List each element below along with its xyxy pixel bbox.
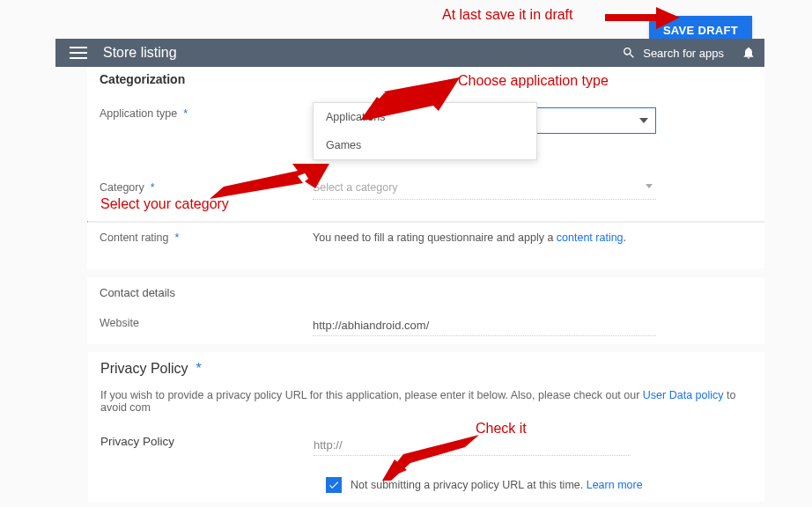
contact-title: Contact details	[87, 277, 764, 308]
application-type-label: Application type *	[100, 107, 313, 134]
content-rating-link[interactable]: content rating	[557, 231, 624, 244]
search-icon[interactable]	[622, 46, 636, 60]
privacy-title: Privacy Policy *	[88, 352, 764, 386]
privacy-description: If you wish to provide a privacy policy …	[88, 386, 764, 426]
categorization-panel: Categorization Application type * Catego…	[87, 67, 764, 268]
hamburger-menu-icon[interactable]	[70, 47, 87, 59]
contact-panel: Contact details Website http://abhiandro…	[87, 277, 764, 344]
content-rating-label: Content rating *	[100, 231, 313, 244]
category-row: Category * Select a category	[87, 173, 764, 209]
chevron-down-icon	[646, 184, 653, 188]
application-type-dropdown: Applications Games	[313, 102, 537, 160]
page-title: Store listing	[103, 45, 622, 61]
user-data-policy-link[interactable]: User Data policy	[643, 389, 724, 401]
app-header: Store listing Search for apps	[55, 39, 764, 67]
not-submitting-checkbox[interactable]	[326, 477, 342, 493]
chevron-down-icon	[639, 118, 648, 123]
learn-more-link[interactable]: Learn more	[587, 479, 643, 491]
privacy-url-row: Privacy Policy	[88, 426, 764, 465]
privacy-url-label: Privacy Policy	[100, 435, 314, 456]
annotation-save: At last save it in draft	[442, 7, 573, 23]
website-input[interactable]: http://abhiandroid.com/	[313, 319, 656, 336]
categorization-title: Categorization	[87, 67, 764, 99]
search-input[interactable]: Search for apps	[643, 47, 724, 60]
notifications-icon[interactable]	[742, 46, 756, 60]
privacy-panel: Privacy Policy * If you wish to provide …	[88, 352, 764, 502]
not-submitting-label: Not submitting a privacy policy URL at t…	[351, 479, 643, 491]
category-label: Category *	[100, 181, 313, 200]
content-rating-row: Content rating * You need to fill a rati…	[87, 223, 764, 253]
privacy-url-input[interactable]	[314, 435, 631, 456]
dropdown-item-games[interactable]: Games	[314, 131, 536, 159]
content-rating-text: You need to fill a rating questionnaire …	[313, 231, 752, 244]
website-label: Website	[100, 317, 313, 336]
dropdown-item-applications[interactable]: Applications	[314, 103, 536, 131]
website-row: Website http://abhiandroid.com/	[87, 308, 764, 345]
privacy-checkbox-row: Not submitting a privacy policy URL at t…	[88, 465, 764, 493]
category-select[interactable]: Select a category	[313, 181, 656, 200]
